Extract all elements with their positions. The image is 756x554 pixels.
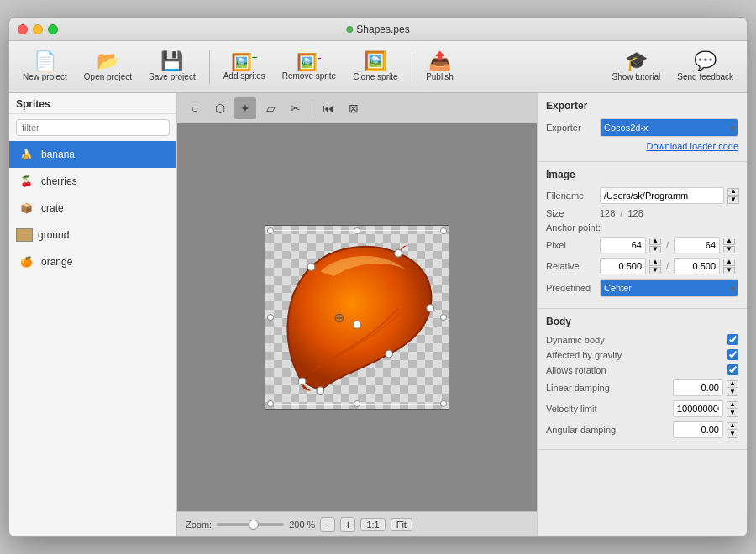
show-tutorial-label: Show tutorial [612,72,660,81]
banana-icon: 🍌 [16,144,36,165]
maximize-button[interactable] [48,24,58,34]
send-feedback-button[interactable]: 💬 Send feedback [670,49,740,85]
svg-point-4 [386,350,393,358]
angular-damping-up[interactable]: ▲ [727,422,738,430]
linear-damping-input[interactable] [673,379,723,396]
exporter-section: Exporter Exporter Cocos2d-x ▾ Download l… [538,93,747,162]
new-project-button[interactable]: 📄 New project [16,49,74,85]
velocity-input[interactable] [673,400,723,417]
relative-x-up[interactable]: ▲ [649,259,661,266]
sprite-item-ground[interactable]: ground [9,222,176,248]
gravity-row: Affected by gravity [546,349,738,360]
toolbar: 📄 New project 📂 Open project 💾 Save proj… [9,41,747,93]
sprite-item-crate[interactable]: 📦 crate [9,195,176,222]
zoom-slider[interactable] [217,523,284,526]
toolbar-separator-2 [412,50,412,84]
banana-sprite [265,226,449,409]
add-sprites-button[interactable]: 🖼️+ Add sprites [217,50,272,85]
exporter-row: Exporter Cocos2d-x ▾ [546,118,738,137]
relative-y-input[interactable] [674,258,720,274]
svg-point-0 [298,378,306,385]
angular-damping-row: Angular damping ▲ ▼ [546,421,738,438]
zoom-plus-button[interactable]: + [340,517,355,532]
polygon-tool[interactable]: ⬡ [209,97,231,119]
rotation-checkbox[interactable] [727,364,738,375]
canvas-viewport[interactable]: ⊕ [177,123,537,511]
angular-damping-down[interactable]: ▼ [727,431,738,438]
size-height: 128 [627,208,643,218]
publish-button[interactable]: 📤 Publish [419,49,461,85]
ellipse-tool[interactable]: ○ [184,97,206,119]
remove-sprite-icon: 🖼️- [297,53,321,71]
predefined-select[interactable]: Center [600,279,738,297]
zoom-fit-button[interactable]: Fit [391,518,412,531]
exporter-select[interactable]: Cocos2d-x [600,118,738,137]
filename-down-button[interactable]: ▼ [727,196,739,204]
angular-damping-input[interactable] [673,421,723,438]
send-feedback-label: Send feedback [677,72,733,81]
new-project-icon: 📄 [34,52,56,71]
filename-up-button[interactable]: ▲ [727,188,739,196]
filter-input[interactable] [16,119,170,136]
gravity-checkbox[interactable] [727,349,738,360]
pixel-x-down[interactable]: ▼ [649,246,661,253]
exporter-label: Exporter [546,123,596,133]
relative-y-down[interactable]: ▼ [723,267,735,274]
zoom-label: Zoom: [186,520,212,530]
remove-sprite-button[interactable]: 🖼️- Remove sprite [276,50,343,85]
minimize-button[interactable] [33,24,43,34]
pixel-x-input[interactable] [600,237,646,253]
dynamic-body-checkbox[interactable] [727,334,738,345]
save-project-button[interactable]: 💾 Save project [142,49,202,85]
sprite-item-orange[interactable]: 🍊 orange [9,248,176,275]
relative-x-stepper: ▲ ▼ [649,259,661,274]
skip-back-tool[interactable]: ⏮ [318,97,339,119]
filename-input[interactable] [600,187,724,204]
rotation-label: Allows rotation [546,365,722,375]
image-title: Image [546,169,738,180]
pixel-y-up[interactable]: ▲ [723,238,735,245]
velocity-down[interactable]: ▼ [727,410,738,417]
clone-sprite-button[interactable]: 🖼️ Clone sprite [346,49,404,85]
pixel-x-up[interactable]: ▲ [649,238,661,245]
linear-damping-down[interactable]: ▼ [727,389,738,396]
titlebar: Shapes.pes [9,18,747,41]
relative-x-down[interactable]: ▼ [649,267,661,274]
download-loader-link[interactable]: Download loader code [546,141,738,151]
zoom-1to1-button[interactable]: 1:1 [360,518,385,531]
sprite-name-crate: crate [41,202,64,214]
rect-tool[interactable]: ▱ [260,97,281,119]
sprite-item-banana[interactable]: 🍌 banana [9,141,176,168]
select-tool[interactable]: ✦ [234,97,256,119]
zoom-thumb[interactable] [249,520,259,530]
predefined-row: Predefined Center ▾ [546,279,738,297]
close-button[interactable] [18,24,28,34]
relative-x-input[interactable] [600,258,646,274]
ground-icon [16,228,33,242]
sprite-item-cherries[interactable]: 🍒 cherries [9,168,176,195]
pixel-y-down[interactable]: ▼ [723,246,735,253]
predefined-label: Predefined [546,283,596,293]
open-project-button[interactable]: 📂 Open project [77,49,139,85]
pixel-y-input[interactable] [674,237,720,253]
linear-damping-up[interactable]: ▲ [727,380,738,388]
size-width: 128 [600,208,615,218]
zoom-minus-button[interactable]: - [320,517,335,532]
velocity-label: Velocity limit [546,404,669,414]
exporter-select-wrapper: Cocos2d-x ▾ [600,118,738,137]
open-project-label: Open project [84,72,132,81]
show-tutorial-button[interactable]: 🎓 Show tutorial [605,49,667,85]
scissors-tool[interactable]: ✂ [285,97,307,119]
relative-sep: / [666,261,669,271]
crate-icon: 📦 [16,198,36,218]
title-dot [346,26,353,33]
zoom-value: 200 % [289,520,315,530]
svg-point-6 [354,321,361,328]
velocity-up[interactable]: ▲ [727,401,738,409]
svg-point-1 [307,264,315,271]
size-separator: / [620,208,622,218]
body-title: Body [546,316,738,327]
grid-tool[interactable]: ⊠ [343,97,365,119]
publish-icon: 📤 [428,52,451,71]
relative-y-up[interactable]: ▲ [723,259,735,266]
